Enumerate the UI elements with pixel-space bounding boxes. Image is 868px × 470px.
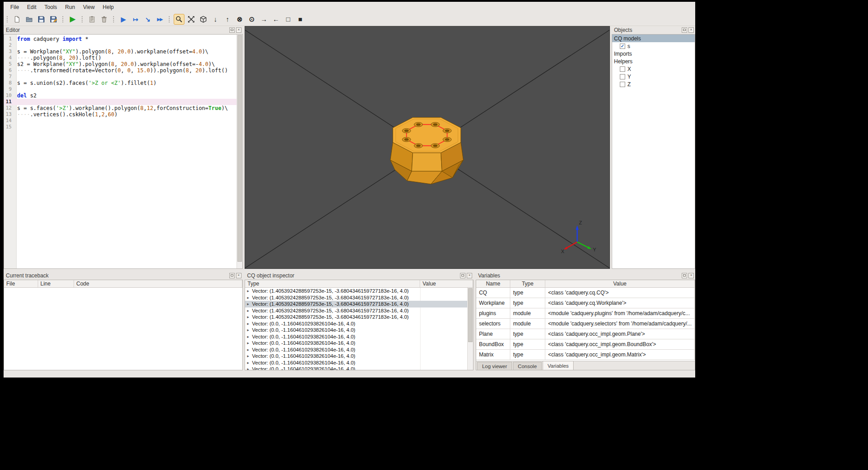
menu-edit[interactable]: Edit [23, 3, 40, 12]
code-line-3[interactable]: 3s = Workplane("XY").polygon(8, 20.0).wo… [4, 48, 237, 55]
inspector-row[interactable]: ▸Vector: (1.4053924288597253e-15, -3.680… [245, 294, 467, 301]
code-line-1[interactable]: 1from cadquery import * [4, 36, 237, 42]
close-panel-icon[interactable]: × [688, 27, 694, 33]
view-front-button[interactable]: ⊙ [246, 14, 257, 25]
column-header-code[interactable]: Code [74, 280, 242, 287]
inspector-row[interactable]: ▸Vector: (0.0, -1.1604610293826104e-16, … [245, 340, 467, 347]
variable-row[interactable]: Planetype<class 'cadquery.occ_impl.geom.… [476, 329, 695, 339]
objects-item-cq-models[interactable]: CQ models [612, 35, 695, 42]
save-as-button[interactable] [48, 14, 59, 25]
inspector-row[interactable]: ▸Vector: (0.0, -1.1604610293826104e-16, … [245, 321, 467, 327]
continue-button[interactable]: ▶▶ [154, 14, 165, 25]
view-square-button[interactable]: □ [283, 14, 294, 25]
expander-icon[interactable]: ▸ [247, 347, 252, 352]
objects-item-s[interactable]: ✓s [612, 42, 695, 50]
close-panel-icon[interactable]: × [236, 27, 241, 33]
fit-button[interactable] [186, 14, 197, 25]
render-button[interactable]: ▶ [67, 14, 78, 25]
open-button[interactable] [24, 14, 35, 25]
step-button[interactable]: ↦ [130, 14, 141, 25]
inspector-row[interactable]: ▸Vector: (0.0, -1.1604610293826104e-16, … [245, 327, 467, 334]
float-panel-icon[interactable] [682, 27, 687, 33]
view-down-button[interactable]: ↓ [210, 14, 221, 25]
checkbox-y[interactable] [620, 74, 625, 79]
variable-row[interactable]: Workplanetype<class 'cadquery.cq.Workpla… [476, 298, 695, 308]
step-into-button[interactable]: ↘ [142, 14, 153, 25]
view-up-button[interactable]: ↑ [222, 14, 233, 25]
delete-button[interactable] [99, 14, 110, 25]
expander-icon[interactable]: ▸ [247, 315, 252, 319]
float-panel-icon[interactable] [229, 27, 235, 33]
column-header-type[interactable]: Type [510, 280, 545, 287]
view-square-filled-button[interactable]: ■ [295, 14, 306, 25]
debug-button[interactable]: ▶ [118, 14, 129, 25]
copy-button[interactable] [87, 14, 97, 25]
save-button[interactable] [36, 14, 47, 25]
editor-scrollbar[interactable] [237, 35, 242, 268]
float-panel-icon[interactable] [460, 273, 465, 278]
code-editor[interactable]: 1from cadquery import *23s = Workplane("… [4, 35, 237, 268]
code-line-10[interactable]: 10del s2 [4, 92, 237, 99]
code-line-2[interactable]: 2 [4, 42, 237, 48]
objects-item-y[interactable]: Y [612, 73, 695, 80]
tab-variables[interactable]: Variables [543, 361, 574, 370]
objects-item-x[interactable]: X [612, 65, 695, 73]
expander-icon[interactable]: ▸ [247, 308, 252, 313]
column-header-line[interactable]: Line [38, 280, 74, 287]
inspector-row[interactable]: ▸Vector: (0.0, -1.1604610293826104e-16, … [245, 334, 467, 340]
code-line-14[interactable]: 14 [4, 118, 237, 124]
expander-icon[interactable]: ▸ [247, 302, 252, 306]
code-line-4[interactable]: 4····.polygon(8, 20).loft() [4, 55, 237, 61]
menu-file[interactable]: File [6, 3, 23, 12]
variable-row[interactable]: BoundBoxtype<class 'cadquery.occ_impl.ge… [476, 339, 695, 350]
expander-icon[interactable]: ▸ [247, 328, 252, 332]
view-right-button[interactable]: → [259, 14, 269, 25]
menu-tools[interactable]: Tools [40, 3, 61, 12]
new-file-button[interactable] [12, 14, 22, 25]
inspector-row[interactable]: ▸Vector: (1.4053924288597253e-15, -3.680… [245, 301, 467, 307]
menu-run[interactable]: Run [61, 3, 79, 12]
inspector-row[interactable]: ▸Vector: (0.0, -1.1604610293826104e-16, … [245, 366, 467, 370]
tab-log-viewer[interactable]: Log viewer [477, 362, 512, 370]
inspector-scrollbar[interactable] [467, 288, 473, 370]
expander-icon[interactable]: ▸ [247, 321, 252, 326]
expander-icon[interactable]: ▸ [247, 289, 252, 293]
float-panel-icon[interactable] [229, 273, 235, 278]
column-header-name[interactable]: Name [476, 280, 510, 287]
zoom-button[interactable] [174, 14, 184, 25]
checkbox-z[interactable] [620, 82, 625, 87]
iso-view-button[interactable] [198, 14, 209, 25]
close-panel-icon[interactable]: × [467, 273, 472, 278]
tab-console[interactable]: Console [513, 362, 542, 370]
code-line-7[interactable]: 7 [4, 74, 237, 80]
expander-icon[interactable]: ▸ [247, 367, 252, 370]
inspector-row[interactable]: ▸Vector: (0.0, -1.1604610293826104e-16, … [245, 353, 467, 360]
checkbox-s[interactable]: ✓ [620, 44, 625, 49]
view-back-button[interactable]: ⊗ [234, 14, 245, 25]
expander-icon[interactable]: ▸ [247, 341, 252, 345]
checkbox-x[interactable] [620, 66, 625, 72]
objects-item-helpers[interactable]: Helpers [612, 57, 695, 65]
variable-row[interactable]: pluginsmodule<module 'cadquery.plugins' … [476, 308, 695, 319]
expander-icon[interactable]: ▸ [247, 360, 252, 365]
code-line-6[interactable]: 6····.transformed(rotate=Vector(0, 0, 15… [4, 67, 237, 74]
view-left-button[interactable]: ← [271, 14, 281, 25]
close-panel-icon[interactable]: × [688, 273, 694, 278]
inspector-row[interactable]: ▸Vector: (1.4053924288597253e-15, -3.680… [245, 307, 467, 314]
variable-row[interactable]: selectorsmodule<module 'cadquery.selecto… [476, 319, 695, 329]
variable-row[interactable]: CQtype<class 'cadquery.cq.CQ'> [476, 288, 695, 298]
expander-icon[interactable]: ▸ [247, 295, 252, 300]
menu-view[interactable]: View [79, 3, 99, 12]
objects-item-z[interactable]: Z [612, 80, 695, 88]
expander-icon[interactable]: ▸ [247, 354, 252, 358]
inspector-row[interactable]: ▸Vector: (1.4053924288597253e-15, -3.680… [245, 314, 467, 321]
column-header-type[interactable]: Type [245, 280, 420, 287]
cq-model[interactable] [390, 118, 464, 184]
column-header-value[interactable]: Value [420, 280, 473, 287]
column-header-file[interactable]: File [4, 280, 38, 287]
inspector-row[interactable]: ▸Vector: (0.0, -1.1604610293826104e-16, … [245, 360, 467, 366]
menu-help[interactable]: Help [99, 3, 118, 12]
viewport-canvas[interactable]: Z X Y [245, 26, 609, 268]
objects-item-imports[interactable]: Imports [612, 50, 695, 57]
close-panel-icon[interactable]: × [236, 273, 241, 278]
